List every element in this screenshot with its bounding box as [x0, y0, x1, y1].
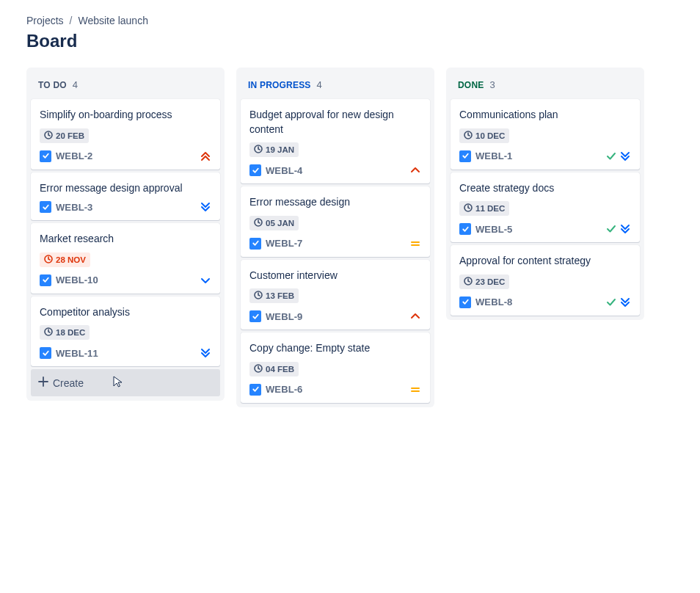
card[interactable]: Error message design approval WEBL-3: [31, 172, 220, 221]
card[interactable]: Communications plan 10 DEC WEBL-1: [451, 99, 640, 170]
due-date-text: 28 NOV: [56, 255, 86, 264]
card-key-wrap: WEBL-11: [40, 347, 98, 359]
card-footer: WEBL-3: [40, 201, 211, 213]
card-key-wrap: WEBL-5: [459, 223, 512, 235]
card-title: Communications plan: [459, 108, 631, 123]
card[interactable]: Market research 28 NOV WEBL-10: [31, 223, 220, 294]
column-name: DONE: [458, 80, 484, 90]
clock-icon: [254, 145, 263, 155]
priority-high-icon: [409, 164, 421, 176]
column-count: 4: [73, 79, 78, 90]
priority-lowest-icon: [200, 201, 211, 213]
card-footer: WEBL-1: [459, 150, 631, 162]
card-title: Error message design approval: [40, 181, 211, 196]
breadcrumb: Projects / Website launch: [26, 15, 674, 26]
due-date-text: 23 DEC: [475, 277, 505, 286]
card[interactable]: Approval for content strategy 23 DEC WEB…: [451, 245, 640, 316]
card-title: Copy change: Empty state: [249, 341, 421, 356]
card[interactable]: Customer interview 13 FEB WEBL-9: [241, 260, 430, 330]
card-badges: [200, 201, 211, 213]
due-date-chip: 28 NOV: [40, 252, 90, 267]
task-icon: [459, 296, 471, 308]
priority-lowest-icon: [619, 150, 631, 162]
task-icon: [40, 201, 51, 213]
due-date-chip: 11 DEC: [459, 201, 509, 216]
card-key-wrap: WEBL-3: [40, 201, 92, 213]
column-header: DONE 3: [451, 72, 640, 99]
card[interactable]: Budget approval for new design content 1…: [241, 99, 430, 183]
card-key: WEBL-3: [56, 202, 92, 213]
card-title: Error message design: [249, 195, 421, 210]
card-footer: WEBL-6: [249, 384, 421, 396]
card-footer: WEBL-8: [459, 296, 631, 308]
column-count: 4: [317, 79, 322, 90]
card-title: Customer interview: [249, 269, 421, 283]
clock-icon: [44, 131, 53, 141]
column-count: 3: [489, 79, 495, 90]
priority-lowest-icon: [619, 223, 631, 235]
priority-medium-icon: [409, 384, 421, 396]
task-icon: [249, 310, 261, 322]
card-badges: [409, 384, 421, 396]
card-key-wrap: WEBL-10: [40, 274, 98, 286]
cards-list: Communications plan 10 DEC WEBL-1 Create…: [451, 99, 640, 316]
due-date-text: 13 FEB: [266, 291, 294, 300]
due-date-chip: 04 FEB: [249, 362, 299, 376]
card-title: Budget approval for new design content: [249, 108, 421, 137]
create-button[interactable]: Create: [31, 369, 220, 396]
column-inprogress: IN PROGRESS 4 Budget approval for new de…: [236, 68, 434, 407]
done-check-icon: [606, 297, 616, 308]
breadcrumb-root[interactable]: Projects: [26, 15, 64, 26]
priority-lowest-icon: [200, 347, 211, 359]
card-key-wrap: WEBL-6: [249, 384, 302, 396]
done-check-icon: [606, 151, 616, 161]
cards-list: Budget approval for new design content 1…: [241, 99, 430, 403]
breadcrumb-project[interactable]: Website launch: [78, 15, 147, 26]
card-badges: [200, 150, 211, 162]
done-check-icon: [606, 224, 616, 234]
page-title: Board: [26, 31, 674, 51]
priority-low-icon: [200, 274, 211, 286]
plus-icon: [38, 376, 48, 389]
card-footer: WEBL-2: [40, 150, 211, 162]
task-icon: [40, 150, 51, 162]
card-key-wrap: WEBL-2: [40, 150, 92, 162]
card[interactable]: Copy change: Empty state 04 FEB WEBL-6: [241, 332, 430, 403]
due-date-text: 18 DEC: [56, 328, 85, 337]
due-date-chip: 18 DEC: [40, 325, 90, 340]
due-date-chip: 23 DEC: [459, 274, 509, 289]
create-label: Create: [53, 377, 84, 389]
card[interactable]: Simplify on-boarding process 20 FEB WEBL…: [31, 99, 220, 170]
clock-icon: [254, 364, 263, 374]
column-header: IN PROGRESS 4: [241, 72, 430, 99]
card-key: WEBL-9: [266, 311, 302, 322]
clock-icon: [254, 218, 263, 228]
task-icon: [249, 238, 261, 250]
clock-icon: [254, 291, 263, 301]
card-title: Create strategy docs: [459, 181, 631, 196]
card-title: Approval for content strategy: [459, 254, 631, 269]
breadcrumb-sep: /: [70, 15, 73, 26]
due-date-chip: 13 FEB: [249, 288, 299, 303]
card-footer: WEBL-9: [249, 310, 421, 322]
column-name: IN PROGRESS: [248, 80, 311, 90]
due-date-text: 20 FEB: [56, 131, 84, 140]
card-badges: [409, 164, 421, 176]
card-key-wrap: WEBL-9: [249, 310, 302, 322]
card-badges: [200, 347, 211, 359]
due-date-chip: 20 FEB: [40, 128, 89, 143]
due-date-chip: 19 JAN: [249, 142, 299, 157]
card[interactable]: Create strategy docs 11 DEC WEBL-5: [451, 172, 640, 243]
priority-lowest-icon: [619, 296, 631, 308]
card[interactable]: Competitor analysis 18 DEC WEBL-11: [31, 296, 220, 367]
card[interactable]: Error message design 05 JAN WEBL-7: [241, 186, 430, 257]
due-date-text: 10 DEC: [475, 131, 505, 140]
card-key: WEBL-2: [56, 150, 92, 161]
card-key: WEBL-8: [475, 296, 512, 308]
card-key: WEBL-4: [266, 165, 302, 176]
card-badges: [409, 238, 421, 250]
column-name: TO DO: [38, 80, 67, 90]
card-key-wrap: WEBL-8: [459, 296, 512, 308]
board: TO DO 4 Simplify on-boarding process 20 …: [26, 68, 674, 407]
column-todo: TO DO 4 Simplify on-boarding process 20 …: [26, 68, 225, 401]
